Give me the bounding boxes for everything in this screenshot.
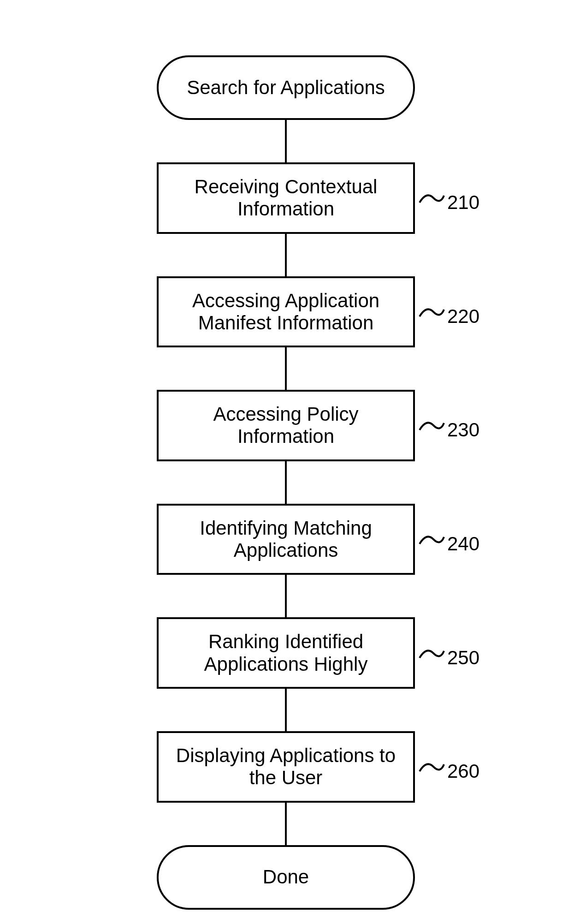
callout-curve-icon — [417, 300, 445, 323]
end-label: Done — [263, 866, 309, 888]
process-text: Accessing Policy Information — [168, 403, 404, 448]
step-240: Identifying Matching Applications 240 — [78, 504, 493, 575]
connector — [285, 461, 287, 504]
ref-number: 230 — [447, 419, 479, 441]
end-terminal: Done — [157, 845, 415, 910]
process-box: Ranking Identified Applications Highly — [157, 617, 415, 689]
callout-curve-icon — [417, 414, 445, 437]
process-box: Accessing Policy Information — [157, 390, 415, 461]
process-box: Accessing Application Manifest Informati… — [157, 276, 415, 348]
connector — [285, 120, 287, 162]
ref-number: 250 — [447, 647, 479, 669]
callout: 240 — [417, 524, 479, 555]
process-text: Accessing Application Manifest Informati… — [168, 290, 404, 334]
process-box: Identifying Matching Applications — [157, 504, 415, 575]
ref-number: 220 — [447, 305, 479, 328]
ref-number: 260 — [447, 760, 479, 782]
callout-curve-icon — [417, 755, 445, 778]
callout: 250 — [417, 638, 479, 669]
step-250: Ranking Identified Applications Highly 2… — [78, 617, 493, 689]
connector — [285, 689, 287, 731]
callout-curve-icon — [417, 528, 445, 551]
ref-number: 240 — [447, 533, 479, 555]
callout: 210 — [417, 182, 479, 214]
callout: 230 — [417, 410, 479, 441]
start-terminal: Search for Applications — [157, 55, 415, 120]
process-box: Receiving Contextual Information — [157, 162, 415, 234]
step-260: Displaying Applications to the User 260 — [78, 731, 493, 803]
callout-curve-icon — [417, 186, 445, 209]
process-box: Displaying Applications to the User — [157, 731, 415, 803]
connector — [285, 575, 287, 617]
step-230: Accessing Policy Information 230 — [78, 390, 493, 461]
ref-number: 210 — [447, 191, 479, 214]
connector — [285, 234, 287, 276]
callout: 220 — [417, 296, 479, 328]
connector — [285, 803, 287, 845]
process-text: Receiving Contextual Information — [168, 176, 404, 221]
flowchart-container: Search for Applications Receiving Contex… — [78, 55, 493, 910]
callout: 260 — [417, 751, 479, 782]
process-text: Identifying Matching Applications — [168, 517, 404, 562]
callout-curve-icon — [417, 642, 445, 665]
step-210: Receiving Contextual Information 210 — [78, 162, 493, 234]
connector — [285, 347, 287, 390]
start-label: Search for Applications — [187, 77, 385, 99]
process-text: Displaying Applications to the User — [168, 745, 404, 789]
process-text: Ranking Identified Applications Highly — [168, 631, 404, 675]
step-220: Accessing Application Manifest Informati… — [78, 276, 493, 348]
